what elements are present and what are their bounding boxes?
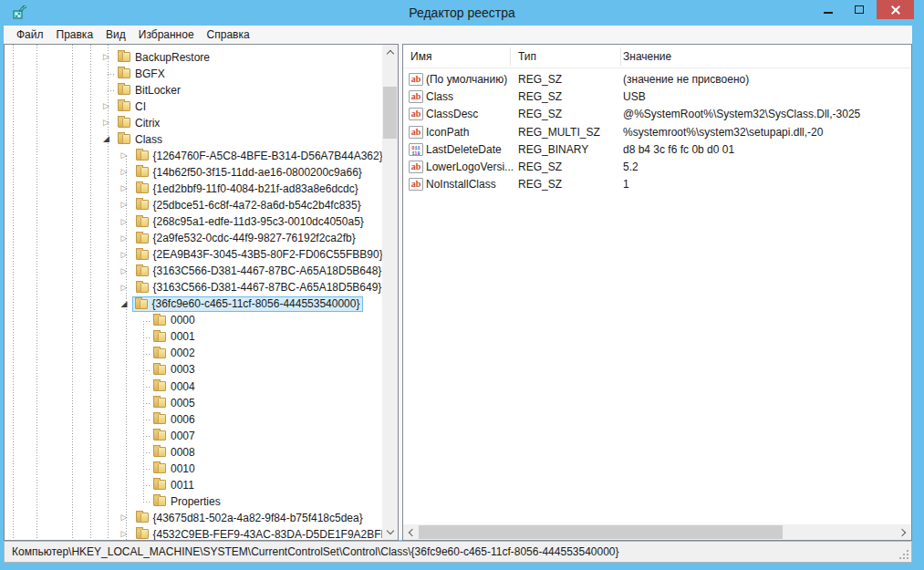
tree-item[interactable]: ▷BackupRestore <box>5 49 382 66</box>
tree-item-body[interactable]: Class <box>118 131 162 147</box>
expand-icon[interactable]: ▷ <box>121 266 128 276</box>
expand-icon[interactable]: ▷ <box>121 150 128 161</box>
maximize-button[interactable] <box>844 0 874 19</box>
tree-item-body[interactable]: 0002 <box>153 346 195 361</box>
expand-icon[interactable]: ▷ <box>121 513 128 523</box>
tree-item-body[interactable]: {4532C9EB-FEF9-43AC-83DA-D5DE1F9A2BFF} <box>136 526 383 540</box>
expand-icon[interactable]: ▷ <box>121 529 128 539</box>
resize-grip[interactable] <box>899 550 908 559</box>
tree-item[interactable]: BitLocker <box>5 82 382 98</box>
tree-item-body[interactable]: {14b62f50-3f15-11dd-ae16-0800200c9a66} <box>136 164 362 180</box>
column-header-value[interactable]: Значение <box>623 50 671 63</box>
collapse-icon[interactable]: ◢ <box>121 299 128 309</box>
tree-item[interactable]: ▷CI <box>5 98 382 115</box>
tree-item[interactable]: ▷{1264760F-A5C8-4BFE-B314-D56A7B44A362} <box>5 148 382 164</box>
tree-item-body[interactable]: {3163C566-D381-4467-87BC-A65A18D5B649} <box>136 280 382 295</box>
menu-item-2[interactable]: Вид <box>99 26 132 43</box>
value-row[interactable]: abClassDescREG_SZ@%SystemRoot%\System32\… <box>403 106 911 123</box>
tree-item-body[interactable]: {2EA9B43F-3045-43B5-80F2-FD06C55FBB90} <box>136 247 383 263</box>
expand-icon[interactable]: ▷ <box>121 200 128 210</box>
tree-item[interactable]: 0002 <box>5 346 382 362</box>
tree-item-body[interactable]: BGFX <box>118 66 165 81</box>
tree-item-body[interactable]: {43675d81-502a-4a82-9f84-b75f418c5dea} <box>136 510 363 525</box>
expand-icon[interactable]: ▷ <box>121 250 128 260</box>
scroll-down-button[interactable] <box>382 524 398 540</box>
value-row[interactable]: abClassREG_SZUSB <box>403 88 911 106</box>
expand-icon[interactable]: ▷ <box>121 217 128 227</box>
value-row[interactable]: abNoInstallClassREG_SZ1 <box>403 176 911 193</box>
tree-item[interactable]: Properties <box>5 493 382 510</box>
tree-item[interactable]: ▷{43675d81-502a-4a82-9f84-b75f418c5dea} <box>5 510 382 526</box>
tree-item[interactable]: ◢{36fc9e60-c465-11cf-8056-444553540000} <box>5 296 382 313</box>
vertical-scroll-thumb[interactable] <box>383 87 397 139</box>
tree-item-body[interactable]: 0004 <box>153 378 195 394</box>
tree-item[interactable]: 0007 <box>5 428 382 444</box>
column-header-type[interactable]: Тип <box>518 50 536 63</box>
minimize-button[interactable] <box>814 0 842 19</box>
scroll-left-button[interactable] <box>403 524 419 540</box>
expand-icon[interactable]: ▷ <box>121 167 128 177</box>
tree-item[interactable]: ▷{4532C9EB-FEF9-43AC-83DA-D5DE1F9A2BFF} <box>5 526 382 540</box>
collapse-icon[interactable]: ◢ <box>103 134 109 144</box>
tree-item-body[interactable]: {25dbce51-6c8f-4a72-8a6d-b54c2b4fc835} <box>136 197 361 212</box>
tree-item[interactable]: ▷{268c95a1-edfe-11d3-95c3-0010dc4050a5} <box>5 214 382 231</box>
tree-item-body[interactable]: BackupRestore <box>118 49 210 65</box>
column-separator[interactable] <box>620 47 621 66</box>
values-horizontal-scrollbar[interactable] <box>403 524 911 540</box>
tree-item-body[interactable]: BitLocker <box>118 82 181 98</box>
scroll-up-button[interactable] <box>382 45 398 60</box>
tree-item[interactable]: ▷{14b62f50-3f15-11dd-ae16-0800200c9a66} <box>5 164 382 181</box>
value-row[interactable]: 011110LastDeleteDateREG_BINARYd8 b4 3c f… <box>403 141 911 159</box>
titlebar[interactable]: Редактор реестра <box>0 0 924 26</box>
tree-item-body[interactable]: {268c95a1-edfe-11d3-95c3-0010dc4050a5} <box>136 214 364 230</box>
tree-item[interactable]: ◢Class <box>5 131 382 148</box>
tree-item-body[interactable]: 0007 <box>153 428 195 443</box>
value-row[interactable]: abIconPathREG_MULTI_SZ%systemroot%\syste… <box>403 124 911 141</box>
column-separator[interactable] <box>510 47 511 66</box>
value-row[interactable]: abLowerLogoVersi...REG_SZ5.2 <box>403 159 911 176</box>
tree-item[interactable]: 0008 <box>5 444 382 461</box>
menu-item-4[interactable]: Справка <box>201 26 256 43</box>
value-row[interactable]: ab(По умолчанию)REG_SZ(значение не присв… <box>403 71 911 88</box>
tree-item[interactable]: 0001 <box>5 329 382 346</box>
tree-item-body[interactable]: 0005 <box>153 395 195 410</box>
tree-item-body[interactable]: 0011 <box>153 477 194 492</box>
tree-item[interactable]: 0005 <box>5 395 382 411</box>
tree-item[interactable]: ▷{2a9fe532-0cdc-44f9-9827-76192f2ca2fb} <box>5 231 382 247</box>
expand-icon[interactable]: ▷ <box>103 101 109 111</box>
expand-icon[interactable]: ▷ <box>103 118 109 128</box>
scroll-right-button[interactable] <box>896 524 911 540</box>
close-button[interactable] <box>877 0 914 19</box>
tree-item-body[interactable]: CI <box>118 98 146 114</box>
tree-item-body[interactable]: Properties <box>153 493 221 509</box>
tree-item-body[interactable]: 0006 <box>153 411 195 427</box>
tree-item-body[interactable]: 0000 <box>153 313 195 328</box>
tree-item-body[interactable]: {1264760F-A5C8-4BFE-B314-D56A7B44A362} <box>136 148 383 163</box>
tree-item-body[interactable]: 0001 <box>153 329 195 345</box>
tree-vertical-scrollbar[interactable] <box>382 45 398 540</box>
tree-item[interactable]: 0000 <box>5 313 382 329</box>
expand-icon[interactable]: ▷ <box>103 52 109 62</box>
tree-item[interactable]: ▷{25dbce51-6c8f-4a72-8a6d-b54c2b4fc835} <box>5 197 382 213</box>
selected-tree-item[interactable]: {36fc9e60-c465-11cf-8056-444553540000} <box>132 296 364 312</box>
tree-item[interactable]: ▷{2EA9B43F-3045-43B5-80F2-FD06C55FBB90} <box>5 247 382 264</box>
tree-item[interactable]: BGFX <box>5 66 382 82</box>
tree-item[interactable]: 0004 <box>5 378 382 395</box>
tree-item-body[interactable]: 0008 <box>153 444 195 460</box>
tree-item-body[interactable]: {1ed2bbf9-11f0-4084-b21f-ad83a8e6dcdc} <box>136 181 358 196</box>
tree-item-body[interactable]: 0003 <box>153 362 195 378</box>
menu-item-0[interactable]: Файл <box>10 26 50 43</box>
tree-item[interactable]: 0010 <box>5 461 382 477</box>
tree-item[interactable]: ▷{1ed2bbf9-11f0-4084-b21f-ad83a8e6dcdc} <box>5 181 382 197</box>
menu-item-3[interactable]: Избранное <box>132 26 201 43</box>
tree-item[interactable]: 0006 <box>5 411 382 428</box>
expand-icon[interactable]: ▷ <box>121 283 128 293</box>
tree-item[interactable]: 0003 <box>5 362 382 378</box>
tree-item-body[interactable]: {2a9fe532-0cdc-44f9-9827-76192f2ca2fb} <box>136 231 356 246</box>
tree-item-body[interactable]: Citrix <box>118 115 160 130</box>
horizontal-scroll-thumb[interactable] <box>419 525 783 539</box>
tree-item[interactable]: ▷{3163C566-D381-4467-87BC-A65A18D5B649} <box>5 280 382 296</box>
tree-item-body[interactable]: {3163C566-D381-4467-87BC-A65A18D5B648} <box>136 264 382 279</box>
expand-icon[interactable]: ▷ <box>121 183 128 193</box>
column-header-name[interactable]: Имя <box>410 50 431 63</box>
